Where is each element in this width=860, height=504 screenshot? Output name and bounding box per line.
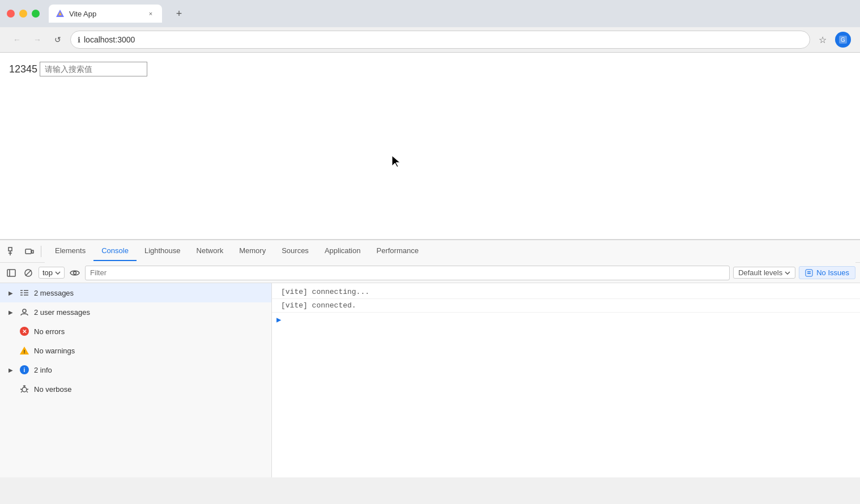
svg-text:!: !: [24, 349, 25, 354]
svg-rect-7: [25, 249, 31, 254]
svg-line-29: [27, 389, 28, 390]
tab-memory[interactable]: Memory: [231, 241, 274, 261]
browser-window: Vite App × + ← → ↺ ℹ localhost:3000 ☆ G …: [0, 0, 860, 477]
bug-icon: [19, 384, 29, 394]
traffic-lights: [7, 10, 40, 18]
console-filter-input[interactable]: [85, 266, 730, 280]
svg-point-23: [23, 309, 26, 313]
default-levels-selector[interactable]: Default levels: [733, 267, 795, 279]
devtools-panel: Elements Console Lighthouse Network Memo…: [0, 240, 860, 477]
info-icon: i: [19, 365, 29, 375]
console-sidebar: ▶ 2 messages ▶: [0, 283, 272, 477]
expand-info-icon[interactable]: ▶: [7, 366, 15, 374]
eye-button[interactable]: [68, 266, 82, 280]
console-prompt-input[interactable]: [283, 315, 855, 324]
console-prompt[interactable]: ▶: [272, 313, 860, 327]
svg-point-13: [74, 271, 76, 274]
tab-elements[interactable]: Elements: [47, 241, 93, 261]
tab-application[interactable]: Application: [317, 241, 369, 261]
console-second-toolbar: top Default levels No Issu: [0, 263, 860, 283]
warning-icon: !: [19, 345, 29, 356]
sidebar-item-no-warnings[interactable]: ▶ ! No warnings: [0, 341, 271, 360]
page-content: 12345: [0, 53, 860, 240]
console-output: [vite] connecting... [vite] connected. ▶: [272, 283, 860, 477]
no-errors-label: No errors: [34, 327, 65, 336]
devtools-toolbar: Elements Console Lighthouse Network Memo…: [0, 240, 860, 263]
profile-button[interactable]: G: [835, 32, 851, 48]
svg-point-26: [22, 387, 27, 392]
expand-user-messages-icon[interactable]: ▶: [7, 308, 15, 316]
list-icon: [19, 288, 29, 298]
no-warnings-label: No warnings: [34, 347, 75, 355]
devtools-tabs: Elements Console Lighthouse Network Memo…: [45, 240, 855, 263]
svg-rect-4: [8, 247, 12, 251]
device-toggle-button[interactable]: [22, 244, 37, 259]
page-number: 12345: [9, 63, 37, 75]
info-label: 2 info: [34, 366, 52, 374]
console-line-2: [vite] connected.: [272, 299, 860, 313]
tab-lighthouse[interactable]: Lighthouse: [137, 241, 189, 261]
tab-favicon: [56, 9, 65, 18]
error-icon: ✕: [19, 326, 29, 336]
address-bar: ← → ↺ ℹ localhost:3000 ☆ G: [0, 27, 860, 53]
sidebar-item-messages[interactable]: ▶ 2 messages: [0, 283, 271, 302]
browser-tab[interactable]: Vite App ×: [49, 5, 162, 23]
expand-messages-icon[interactable]: ▶: [7, 289, 15, 297]
sidebar-item-info[interactable]: ▶ i 2 info: [0, 360, 271, 379]
svg-line-31: [27, 391, 28, 392]
svg-line-12: [25, 270, 31, 276]
title-bar: Vite App × +: [0, 0, 860, 27]
tab-performance[interactable]: Performance: [368, 241, 426, 261]
sidebar-item-user-messages[interactable]: ▶ 2 user messages: [0, 302, 271, 322]
context-selector[interactable]: top: [39, 267, 65, 279]
svg-rect-8: [32, 250, 33, 253]
url-text: localhost:3000: [84, 35, 803, 44]
close-light[interactable]: [7, 10, 15, 18]
svg-line-28: [20, 389, 22, 390]
console-sidebar-toggle[interactable]: [5, 266, 18, 280]
bookmark-button[interactable]: ☆: [815, 32, 831, 48]
svg-rect-9: [7, 270, 15, 276]
no-issues-button[interactable]: No Issues: [799, 266, 855, 279]
url-bar[interactable]: ℹ localhost:3000: [70, 31, 810, 49]
sidebar-item-no-errors[interactable]: ▶ ✕ No errors: [0, 322, 271, 341]
console-line-1: [vite] connecting...: [272, 285, 860, 299]
clear-console-button[interactable]: [22, 266, 35, 280]
no-verbose-label: No verbose: [34, 385, 71, 394]
search-input[interactable]: [40, 62, 147, 76]
tab-sources[interactable]: Sources: [274, 241, 317, 261]
new-tab-button[interactable]: +: [171, 6, 187, 22]
messages-label: 2 messages: [34, 289, 74, 297]
forward-button[interactable]: →: [29, 32, 45, 48]
toolbar-separator: [41, 246, 41, 257]
back-button[interactable]: ←: [9, 32, 25, 48]
cursor-arrow: [391, 155, 402, 170]
prompt-arrow[interactable]: ▶: [276, 315, 281, 324]
svg-text:G: G: [841, 37, 845, 43]
user-messages-label: 2 user messages: [34, 308, 90, 317]
console-body: ▶ 2 messages ▶: [0, 283, 860, 477]
user-icon: [19, 307, 29, 317]
tab-network[interactable]: Network: [189, 241, 232, 261]
tab-close-button[interactable]: ×: [146, 9, 155, 18]
svg-rect-14: [806, 270, 812, 276]
svg-line-30: [21, 391, 22, 392]
tab-title: Vite App: [69, 10, 142, 18]
reload-button[interactable]: ↺: [50, 32, 66, 48]
inspect-element-button[interactable]: [5, 244, 20, 259]
maximize-light[interactable]: [32, 10, 40, 18]
minimize-light[interactable]: [19, 10, 27, 18]
tab-console[interactable]: Console: [93, 241, 137, 261]
sidebar-item-no-verbose[interactable]: ▶ No verbose: [0, 379, 271, 399]
url-info-icon: ℹ: [78, 36, 80, 44]
